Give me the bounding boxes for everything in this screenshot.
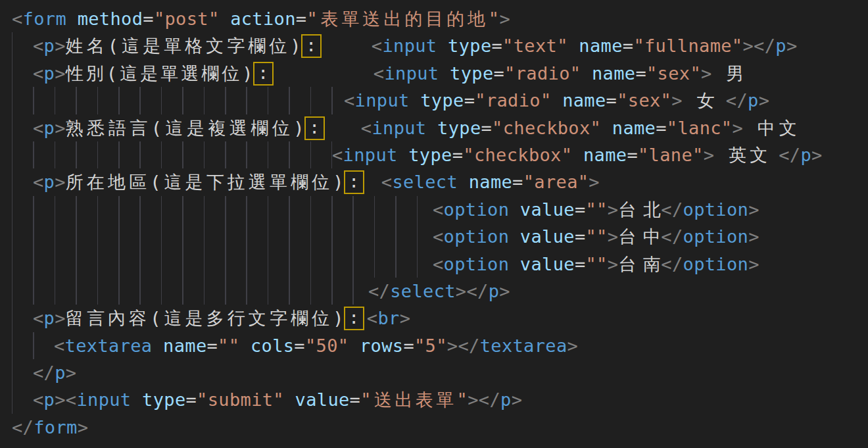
token-text xyxy=(439,63,450,84)
token-punctuation: </ xyxy=(726,90,748,111)
token-string: "" xyxy=(586,254,608,274)
token-text: 台南 xyxy=(618,251,661,278)
token-punctuation: < xyxy=(12,9,23,29)
indent-guides xyxy=(12,332,54,359)
token-attribute: name xyxy=(163,336,206,356)
token-string: "area" xyxy=(523,172,589,192)
unicode-highlight-box: : xyxy=(344,170,364,194)
token-attribute: value xyxy=(295,389,350,410)
token-equals: = xyxy=(492,36,503,56)
token-tag: input xyxy=(382,36,437,56)
token-punctuation: > xyxy=(704,145,715,165)
token-punctuation: < xyxy=(33,36,44,56)
code-line[interactable]: <input type="radio" name="sex"> 女 </p> xyxy=(12,87,868,114)
token-punctuation: > xyxy=(759,90,770,111)
token-string: "lanc" xyxy=(667,118,733,138)
token-equals: = xyxy=(627,145,638,165)
token-punctuation: > xyxy=(748,254,760,274)
code-line[interactable]: <p>姓名(這是單格文字欄位):<input type="text" name=… xyxy=(12,32,868,59)
token-punctuation: > xyxy=(608,199,619,220)
token-punctuation: > xyxy=(55,118,66,138)
token-punctuation: < xyxy=(33,118,44,138)
token-equals: = xyxy=(606,90,617,111)
token-punctuation: > xyxy=(55,63,66,84)
token-string: "radio" xyxy=(504,63,581,84)
token-punctuation: </ xyxy=(779,145,800,165)
token-equals: = xyxy=(350,389,361,410)
token-equals: = xyxy=(452,145,464,165)
token-tag: p xyxy=(775,36,786,56)
token-punctuation: < xyxy=(54,336,65,356)
token-text xyxy=(509,226,520,247)
token-tag: p xyxy=(44,118,55,138)
token-text: 姓名(這是單格文字欄位) xyxy=(66,32,301,59)
indent-guides xyxy=(12,386,33,413)
token-tag: br xyxy=(377,308,399,328)
code-line[interactable]: <option value="">台北</option> xyxy=(12,196,868,223)
token-string: "text" xyxy=(502,36,568,56)
code-line[interactable]: </p> xyxy=(12,359,868,386)
token-tag: p xyxy=(800,145,811,165)
code-editor[interactable]: <form method="post" action="表單送出的目的地"><p… xyxy=(0,0,868,448)
token-punctuation: < xyxy=(33,308,44,328)
code-line[interactable]: <p>所在地區(這是下拉選單欄位):<select name="area"> xyxy=(12,168,868,195)
token-text xyxy=(398,145,409,165)
token-attribute: value xyxy=(520,254,575,274)
token-equals: = xyxy=(296,9,307,29)
token-tag: option xyxy=(683,226,749,247)
indent-guides xyxy=(12,87,344,114)
token-punctuation: > xyxy=(78,417,89,437)
token-punctuation: > xyxy=(608,254,619,274)
token-string: "radio" xyxy=(475,90,551,111)
indent-guides xyxy=(12,251,433,278)
token-punctuation: </ xyxy=(12,417,34,437)
code-line[interactable]: <p>留言內容(這是多行文字欄位):<br> xyxy=(12,305,868,332)
code-line[interactable]: <option value="">台南</option> xyxy=(12,251,868,278)
token-tag: option xyxy=(444,254,510,274)
code-line[interactable]: <option value="">台中</option> xyxy=(12,223,868,250)
token-attribute: name xyxy=(469,172,512,192)
token-tag: option xyxy=(444,199,510,220)
indent-guides xyxy=(12,168,33,195)
token-equals: = xyxy=(512,172,523,192)
code-line[interactable]: </select></p> xyxy=(12,278,868,305)
code-line[interactable]: <input type="checkbox" name="lane"> 英文 <… xyxy=(12,141,868,168)
unicode-highlight-box: : xyxy=(344,307,364,330)
code-line[interactable]: <form method="post" action="表單送出的目的地"> xyxy=(12,5,868,32)
token-text: 性別(這是單選欄位) xyxy=(66,60,253,87)
token-tag: option xyxy=(683,254,749,274)
code-line[interactable]: <p>性別(這是單選欄位):<input type="radio" name="… xyxy=(12,60,868,87)
token-punctuation: > xyxy=(608,226,619,247)
token-punctuation: < xyxy=(33,63,44,84)
token-punctuation: < xyxy=(372,36,383,56)
code-line[interactable]: <textarea name="" cols="50" rows="5"></t… xyxy=(12,332,868,359)
token-punctuation: < xyxy=(33,172,44,192)
token-string: "checkbox" xyxy=(492,118,601,138)
token-attribute: name xyxy=(583,145,627,165)
token-text xyxy=(509,254,520,274)
token-attribute: action xyxy=(230,9,296,29)
token-equals: = xyxy=(294,336,305,356)
token-attribute: type xyxy=(420,90,464,111)
code-line[interactable]: </form> xyxy=(12,414,868,441)
token-tag: form xyxy=(23,9,66,29)
token-punctuation: > xyxy=(671,90,683,111)
indent-guides xyxy=(12,60,33,87)
token-string: "5" xyxy=(414,336,447,356)
token-text xyxy=(552,90,563,111)
token-equals: = xyxy=(494,63,505,84)
token-tag: select xyxy=(390,281,456,301)
token-string: "表單送出的目的地" xyxy=(306,5,499,32)
indent-guides xyxy=(12,278,368,305)
token-punctuation: </ xyxy=(661,254,683,274)
token-text xyxy=(601,118,612,138)
token-text xyxy=(131,389,142,410)
token-punctuation: </ xyxy=(368,281,390,301)
code-line[interactable]: <p>熟悉語言(這是複選欄位):<input type="checkbox" n… xyxy=(12,114,868,141)
token-string: "lane" xyxy=(638,145,704,165)
unicode-highlight-box: : xyxy=(253,62,274,86)
token-text: 中文 xyxy=(743,114,797,141)
code-line[interactable]: <p><input type="submit" value="送出表單"></p… xyxy=(12,386,868,413)
token-punctuation: > xyxy=(55,308,66,328)
token-equals: = xyxy=(403,336,414,356)
